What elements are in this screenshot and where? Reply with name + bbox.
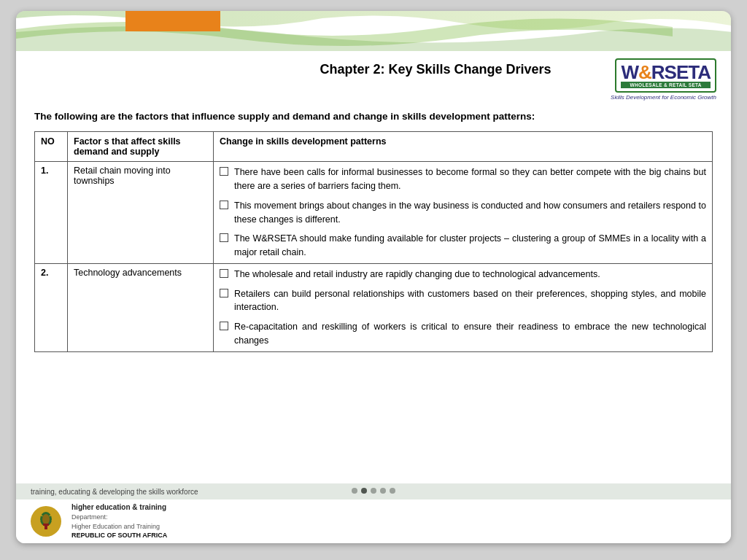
row-2-change: The wholesale and retail industry are ra… (214, 263, 713, 351)
table-row: 2. Technology advancements The wholesale… (35, 263, 713, 351)
footer: higher education & training Department: … (16, 499, 731, 543)
row-2-no: 2. (35, 263, 68, 351)
wrseta-logo: W&RSETA WHOLESALE & RETAIL SETA (615, 58, 716, 93)
list-item: Retailers can build personal relationshi… (220, 287, 706, 315)
bullet-text: There have been calls for informal busin… (234, 166, 706, 193)
logo-area: W&RSETA WHOLESALE & RETAIL SETA Skills D… (570, 58, 716, 101)
logo-skills-dev: Skills Development for Economic Growth (570, 94, 716, 101)
row-1-no: 1. (35, 162, 68, 264)
header: Chapter 2: Key Skills Change Drivers W&R… (16, 51, 731, 101)
strip-text: training, educating & developing the ski… (31, 488, 198, 496)
th-change: Change in skills development patterns (214, 132, 713, 162)
table-row: 1. Retail chain moving into townships Th… (35, 162, 713, 264)
row-2-factor: Technology advancements (68, 263, 214, 351)
list-item: Re-capacitation and reskilling of worker… (220, 320, 706, 348)
logo-rseta: RSETA (651, 61, 711, 83)
chapter-title: Chapter 2: Key Skills Change Drivers (301, 58, 570, 77)
svg-rect-3 (43, 524, 49, 526)
orange-accent (125, 11, 220, 31)
footer-country: REPUBLIC OF SOUTH AFRICA (71, 531, 167, 540)
checkbox-icon (220, 167, 228, 176)
coat-of-arms (31, 506, 61, 537)
bullet-text: Retailers can build personal relationshi… (234, 287, 706, 315)
checkbox-icon (220, 269, 228, 278)
list-item: The W&RSETA should make funding availabl… (220, 232, 706, 260)
footer-dept: Department: Higher Education and Trainin… (71, 513, 167, 531)
svg-point-2 (42, 514, 50, 524)
footer-text: higher education & training Department: … (71, 502, 167, 540)
bottom-area: training, educating & developing the ski… (16, 478, 731, 543)
svg-rect-4 (44, 526, 47, 529)
footer-org-name: higher education & training (71, 502, 167, 513)
logo-w: W (621, 61, 638, 83)
checkbox-icon (220, 233, 228, 242)
row-1-factor: Retail chain moving into townships (68, 162, 214, 264)
bullet-text: The W&RSETA should make funding availabl… (234, 232, 706, 260)
bullet-text: Re-capacitation and reskilling of worker… (234, 320, 706, 348)
bullet-text: The wholesale and retail industry are ra… (234, 268, 600, 281)
logo-ampersand: & (638, 61, 651, 83)
row-1-change: There have been calls for informal busin… (214, 162, 713, 264)
logo-tagline: WHOLESALE & RETAIL SETA (621, 82, 711, 88)
bullet-text: This movement brings about changes in th… (234, 199, 706, 227)
checkbox-icon (220, 289, 228, 298)
list-item: There have been calls for informal busin… (220, 166, 706, 193)
list-item: The wholesale and retail industry are ra… (220, 268, 706, 281)
main-table: NO Factor s that affect skills demand an… (34, 131, 713, 351)
checkbox-icon (220, 322, 228, 330)
checkbox-icon (220, 201, 228, 209)
intro-text: The following are the factors that influ… (34, 109, 713, 124)
bottom-strip: training, educating & developing the ski… (16, 483, 731, 499)
th-no: NO (35, 132, 68, 162)
slide-container: Chapter 2: Key Skills Change Drivers W&R… (16, 11, 731, 543)
list-item: This movement brings about changes in th… (220, 199, 706, 227)
top-decoration (16, 11, 731, 51)
th-factor: Factor s that affect skills demand and s… (68, 132, 214, 162)
